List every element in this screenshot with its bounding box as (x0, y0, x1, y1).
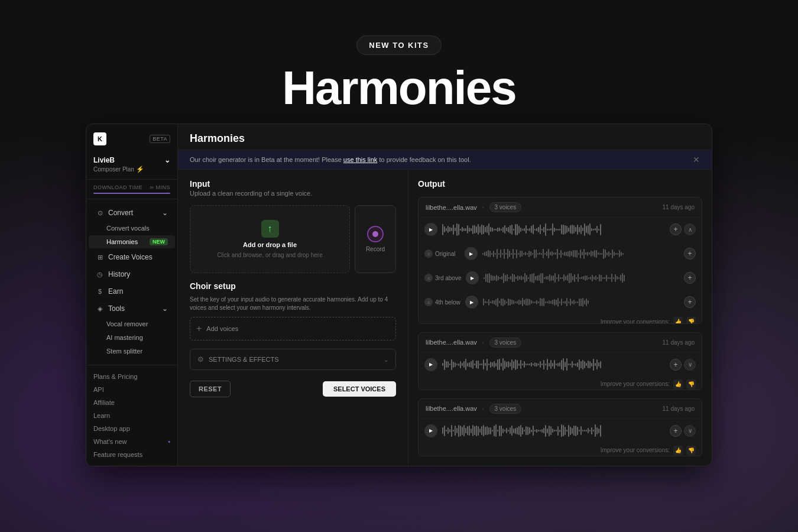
drop-text: Add or drop a file (243, 241, 297, 248)
add-3rd-button[interactable]: + (684, 272, 696, 284)
settings-row[interactable]: ⚙ SETTINGS & EFFECTS ⌄ (190, 349, 396, 370)
waveform-4th (483, 294, 679, 310)
sidebar-item-stem-splitter[interactable]: Stem splitter (89, 345, 175, 358)
output-group-3: lilbethe....ella.wav › 3 voices 11 days … (418, 398, 702, 456)
waveform-row-g2: ▶ + ∨ (419, 353, 702, 377)
improve-row-3: Improve your conversions: 👍 👎 (419, 443, 702, 456)
sidebar: K BETA LivieB ⌄ Composer Plan ⚡ DOWNLOAD… (86, 124, 178, 466)
tools-icon: ◈ (96, 304, 104, 313)
thumbs-up-icon-2[interactable]: 👍 (673, 379, 683, 389)
choir-setup: Choir setup Set the key of your input au… (190, 281, 396, 340)
voices-badge-2: 3 voices (489, 338, 522, 348)
thumbs-up-icon-3[interactable]: 👍 (673, 446, 683, 455)
file-drop-zone[interactable]: ↑ Add or drop a file Click and browse, o… (190, 205, 350, 273)
waveform-row-4th-below: ♫ 4th below ▶ + (419, 290, 702, 314)
add-g2-button[interactable]: + (670, 359, 682, 371)
sidebar-item-vocal-remover[interactable]: Vocal remover (89, 317, 175, 330)
link-feature-requests[interactable]: Feature requests (86, 448, 177, 461)
add-original-button[interactable]: + (684, 248, 696, 259)
drop-subtext: Click and browse, or drag and drop here (217, 252, 322, 258)
settings-icon: ⚙ (197, 355, 204, 364)
thumbs-down-icon[interactable]: 👎 (686, 317, 696, 324)
sidebar-item-convert-vocals[interactable]: Convert vocals (89, 222, 175, 235)
sidebar-item-create-voices[interactable]: ⊞ Create Voices (89, 249, 175, 265)
page-title: Harmonies (190, 132, 700, 145)
play-button-3rd[interactable]: ▶ (466, 271, 479, 284)
sidebar-header: K BETA (86, 124, 177, 151)
sidebar-item-earn[interactable]: $ Earn (89, 283, 175, 300)
output-group-3-header: lilbethe....ella.wav › 3 voices 11 days … (419, 399, 702, 419)
new-to-kits-badge: NEW TO KITS (356, 35, 441, 55)
track-icon-3rd: ♫ (424, 274, 433, 282)
record-label: Record (366, 246, 385, 252)
record-zone[interactable]: Record (355, 205, 396, 273)
sidebar-bottom: Plans & Pricing API Affiliate Learn Desk… (86, 365, 177, 466)
output-time-2: 11 days ago (663, 339, 695, 346)
waveform-main (442, 221, 665, 238)
thumbs-down-icon-3[interactable]: 👎 (686, 446, 696, 455)
improve-row-1: Improve your conversions: 👍 👎 (419, 314, 702, 324)
sidebar-item-convert[interactable]: ⊙ Convert ⌄ (89, 205, 175, 221)
voices-badge-3: 3 voices (489, 404, 522, 414)
waveform-row-main: ▶ + ∧ (419, 218, 702, 242)
link-learn[interactable]: Learn (86, 409, 177, 422)
play-button-g2[interactable]: ▶ (424, 358, 437, 371)
output-group-2-header: lilbethe....ella.wav › 3 voices 11 days … (419, 333, 702, 353)
output-title: Output (418, 179, 702, 189)
progress-bar (93, 193, 170, 194)
expand-button-3[interactable]: ∨ (684, 425, 696, 437)
add-g3-button[interactable]: + (670, 425, 682, 437)
choir-setup-title: Choir setup (190, 281, 396, 291)
history-icon: ◷ (96, 270, 104, 278)
link-affiliate[interactable]: Affiliate (86, 396, 177, 409)
sidebar-item-harmonies[interactable]: Harmonies NEW (89, 235, 175, 248)
sidebar-item-ai-mastering[interactable]: AI mastering (89, 331, 175, 344)
download-time: DOWNLOAD TIME ∞ MINS (86, 180, 177, 199)
page-content: NEW TO KITS Harmonies K BETA LivieB ⌄ Co… (0, 0, 798, 532)
play-button-original[interactable]: ▶ (465, 247, 478, 260)
play-button-4th[interactable]: ▶ (465, 296, 478, 309)
link-desktop[interactable]: Desktop app (86, 422, 177, 435)
select-voices-button[interactable]: SELECT VOICES (323, 381, 396, 397)
promo-area: NEW TO KITS Harmonies (282, 0, 515, 112)
chevron-down-icon: ⌄ (384, 356, 388, 363)
voices-badge-1: 3 voices (489, 202, 522, 212)
main-header: Harmonies (178, 124, 712, 150)
input-panel: Input Upload a clean recording of a sing… (178, 170, 408, 466)
progress-fill (93, 193, 170, 194)
user-name[interactable]: LivieB ⌄ (93, 156, 170, 164)
waveform-row-g3: ▶ + ∨ (419, 419, 702, 443)
thumbs-up-icon[interactable]: 👍 (673, 317, 683, 324)
output-group-1-header: lilbethe....ella.wav › 3 voices 11 days … (419, 197, 702, 218)
sidebar-item-tools[interactable]: ◈ Tools ⌄ (89, 300, 175, 317)
feedback-link[interactable]: use this link (343, 156, 377, 163)
waveform-row-original: ♫ Original ▶ + (419, 242, 702, 266)
link-plans[interactable]: Plans & Pricing (86, 370, 177, 383)
play-button-g3[interactable]: ▶ (424, 424, 437, 437)
output-time-3: 11 days ago (663, 406, 695, 412)
sidebar-item-history[interactable]: ◷ History (89, 266, 175, 283)
link-whats-new[interactable]: What's new • (86, 435, 177, 448)
choir-setup-desc: Set the key of your input audio to gener… (190, 296, 396, 312)
thumbs-down-icon-2[interactable]: 👎 (686, 379, 696, 389)
banner-close-button[interactable]: ✕ (693, 155, 700, 164)
input-title: Input (190, 179, 396, 189)
waveform-g3 (442, 423, 665, 439)
collapse-button-1[interactable]: ∧ (684, 223, 696, 235)
logo-icon: K (93, 132, 106, 145)
create-voices-icon: ⊞ (96, 253, 104, 261)
add-voices-button[interactable]: + Add voices (190, 317, 396, 340)
waveform-g2 (442, 356, 665, 373)
add-4th-button[interactable]: + (684, 296, 696, 308)
input-subtitle: Upload a clean recording of a single voi… (190, 190, 396, 197)
reset-button[interactable]: RESET (190, 381, 231, 397)
file-name-3: lilbethe....ella.wav (426, 405, 477, 412)
upload-area: ↑ Add or drop a file Click and browse, o… (190, 205, 396, 273)
add-track-button[interactable]: + (670, 223, 682, 235)
link-api[interactable]: API (86, 383, 177, 396)
expand-button-2[interactable]: ∨ (684, 359, 696, 371)
content-area: Input Upload a clean recording of a sing… (178, 170, 712, 466)
play-button-main[interactable]: ▶ (424, 223, 437, 236)
main-content: Harmonies Our choir generator is in Beta… (178, 124, 712, 466)
record-button[interactable] (367, 226, 384, 242)
